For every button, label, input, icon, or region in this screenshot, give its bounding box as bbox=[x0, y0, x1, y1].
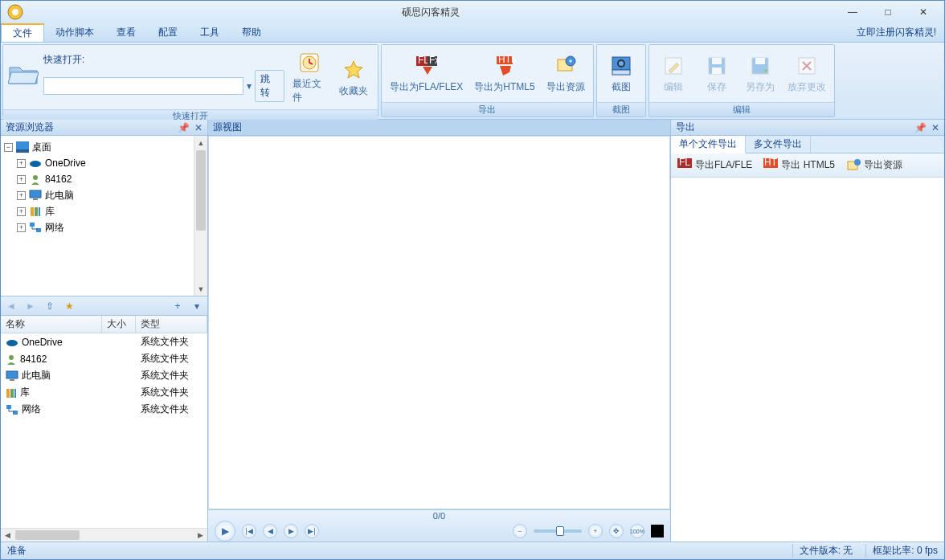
scroll-down-icon[interactable]: ▼ bbox=[194, 282, 207, 296]
tab-single-export[interactable]: 单个文件导出 bbox=[671, 136, 746, 153]
menu-tools[interactable]: 工具 bbox=[189, 23, 231, 42]
expand-icon[interactable]: + bbox=[17, 191, 26, 200]
resource-browser-title: 资源浏览器 bbox=[6, 121, 54, 134]
fla-icon: FL bbox=[677, 158, 692, 173]
tree-node-thispc[interactable]: + 此电脑 bbox=[4, 187, 204, 203]
folder-tree[interactable]: − 桌面 + OneDrive + 84162 + 此电脑 bbox=[1, 136, 207, 296]
menu-config[interactable]: 配置 bbox=[147, 23, 189, 42]
svg-point-35 bbox=[9, 355, 14, 360]
panel-close-icon[interactable]: ✕ bbox=[931, 122, 939, 133]
file-type: 系统文件夹 bbox=[136, 335, 207, 349]
status-version: 文件版本: 无 bbox=[792, 544, 853, 558]
quickopen-go-button[interactable]: 跳转 bbox=[255, 70, 284, 102]
export-fla-button[interactable]: FLFx 导出为FLA/FLEX bbox=[387, 51, 466, 96]
scroll-right-icon[interactable]: ▶ bbox=[194, 529, 207, 542]
list-item[interactable]: 此电脑系统文件夹 bbox=[1, 367, 207, 384]
export-html5-button[interactable]: HTML5 导出为HTML5 bbox=[471, 51, 538, 96]
list-item[interactable]: 网络系统文件夹 bbox=[1, 401, 207, 418]
export-fla-item[interactable]: FL 导出FLA/FLE bbox=[677, 158, 752, 173]
list-item[interactable]: OneDrive系统文件夹 bbox=[1, 333, 207, 350]
first-frame-button[interactable]: |◀ bbox=[242, 524, 256, 538]
tree-scrollbar[interactable]: ▲ ▼ bbox=[194, 136, 207, 296]
expand-icon[interactable]: + bbox=[17, 175, 26, 184]
file-type: 系统文件夹 bbox=[136, 386, 207, 399]
source-view-title: 源视图 bbox=[213, 121, 242, 134]
expand-icon[interactable]: + bbox=[17, 159, 26, 168]
pan-button[interactable]: ✥ bbox=[609, 524, 624, 538]
last-frame-button[interactable]: ▶| bbox=[305, 524, 319, 538]
file-name: OneDrive bbox=[22, 337, 63, 348]
nav-back-button[interactable]: ◄ bbox=[4, 299, 18, 313]
file-name: 84162 bbox=[20, 354, 47, 365]
quickopen-dropdown[interactable]: ▾ bbox=[247, 80, 252, 92]
tree-node-user[interactable]: + 84162 bbox=[4, 171, 204, 187]
col-type[interactable]: 类型 bbox=[136, 316, 207, 333]
file-list[interactable]: OneDrive系统文件夹84162系统文件夹此电脑系统文件夹库系统文件夹网络系… bbox=[1, 333, 207, 542]
menu-actionscript[interactable]: 动作脚本 bbox=[44, 23, 105, 42]
source-view-header: 源视图 bbox=[208, 120, 670, 136]
expand-icon[interactable]: + bbox=[17, 223, 26, 232]
list-item[interactable]: 84162系统文件夹 bbox=[1, 350, 207, 367]
close-button[interactable]: ✕ bbox=[906, 2, 941, 22]
play-button[interactable]: ▶ bbox=[215, 521, 235, 542]
svg-rect-19 bbox=[712, 67, 722, 74]
tab-multi-export[interactable]: 多文件导出 bbox=[746, 136, 811, 153]
menu-view[interactable]: 查看 bbox=[105, 23, 147, 42]
export-html5-item[interactable]: HTML 导出 HTML5 bbox=[763, 158, 835, 173]
scroll-up-icon[interactable]: ▲ bbox=[194, 136, 207, 149]
file-name: 库 bbox=[20, 386, 30, 399]
main-area: 资源浏览器 📌 ✕ − 桌面 + OneDrive + bbox=[1, 120, 944, 542]
nav-menu-button[interactable]: ▾ bbox=[190, 299, 204, 313]
nav-fwd-button[interactable]: ► bbox=[23, 299, 38, 313]
scroll-left-icon[interactable]: ◀ bbox=[1, 529, 14, 542]
scroll-thumb[interactable] bbox=[196, 150, 206, 231]
list-item[interactable]: 库系统文件夹 bbox=[1, 384, 207, 401]
net-icon bbox=[6, 404, 18, 415]
col-name[interactable]: 名称 bbox=[1, 316, 102, 333]
svg-rect-38 bbox=[6, 389, 10, 398]
zoom-slider[interactable] bbox=[534, 529, 582, 533]
minimize-button[interactable]: — bbox=[835, 2, 870, 22]
menu-file[interactable]: 文件 bbox=[1, 23, 44, 42]
list-scrollbar-h[interactable]: ◀ ▶ bbox=[1, 528, 207, 542]
clock-icon bbox=[297, 50, 322, 76]
resource-browser-panel: 资源浏览器 📌 ✕ − 桌面 + OneDrive + bbox=[1, 120, 208, 542]
scroll-thumb-h[interactable] bbox=[15, 530, 80, 540]
capture-button[interactable]: 截图 bbox=[602, 51, 640, 96]
tree-node-libraries[interactable]: + 库 bbox=[4, 203, 204, 219]
tree-node-desktop[interactable]: − 桌面 bbox=[4, 139, 204, 155]
zoom-100-button[interactable]: 100% bbox=[630, 524, 644, 538]
nav-add-button[interactable]: + bbox=[170, 299, 185, 313]
fla-icon: FLFx bbox=[414, 53, 440, 79]
quickopen-input[interactable] bbox=[43, 77, 243, 95]
export-resources-button[interactable]: 导出资源 bbox=[543, 51, 588, 96]
expand-icon[interactable]: + bbox=[17, 207, 26, 216]
nav-fav-button[interactable]: ★ bbox=[62, 299, 76, 313]
export-res-item[interactable]: 导出资源 bbox=[846, 158, 902, 173]
panel-close-icon[interactable]: ✕ bbox=[194, 122, 202, 133]
html5-icon: HTML bbox=[763, 158, 778, 173]
discard-button: 放弃更改 bbox=[784, 51, 829, 96]
tree-node-network[interactable]: + 网络 bbox=[4, 219, 204, 235]
zoom-in-button[interactable]: + bbox=[588, 524, 603, 538]
panel-pin-icon[interactable]: 📌 bbox=[178, 122, 190, 133]
zoom-knob[interactable] bbox=[556, 526, 564, 536]
register-link[interactable]: 立即注册闪客精灵! bbox=[849, 23, 944, 42]
prev-frame-button[interactable]: ◀ bbox=[263, 524, 277, 538]
tree-node-onedrive[interactable]: + OneDrive bbox=[4, 155, 204, 171]
panel-pin-icon[interactable]: 📌 bbox=[914, 122, 927, 133]
export-panel: 导出 📌 ✕ 单个文件导出 多文件导出 FL 导出FLA/FLE HTML 导出… bbox=[671, 120, 944, 542]
recent-files-button[interactable]: 最近文件 bbox=[289, 48, 329, 106]
quickopen-label: 快速打开: bbox=[43, 53, 84, 67]
zoom-out-button[interactable]: − bbox=[513, 524, 527, 538]
folder-open-icon[interactable] bbox=[8, 61, 39, 93]
next-frame-button[interactable]: ▶ bbox=[284, 524, 298, 538]
favorites-button[interactable]: 收藏夹 bbox=[334, 55, 373, 100]
menu-help[interactable]: 帮助 bbox=[231, 23, 272, 42]
collapse-icon[interactable]: − bbox=[4, 143, 13, 152]
maximize-button[interactable]: □ bbox=[870, 2, 906, 22]
col-size[interactable]: 大小 bbox=[102, 316, 136, 333]
nav-up-button[interactable]: ⇧ bbox=[43, 299, 57, 313]
bgcolor-button[interactable] bbox=[651, 525, 664, 538]
ribbon-group-edit-label: 编辑 bbox=[649, 102, 834, 116]
